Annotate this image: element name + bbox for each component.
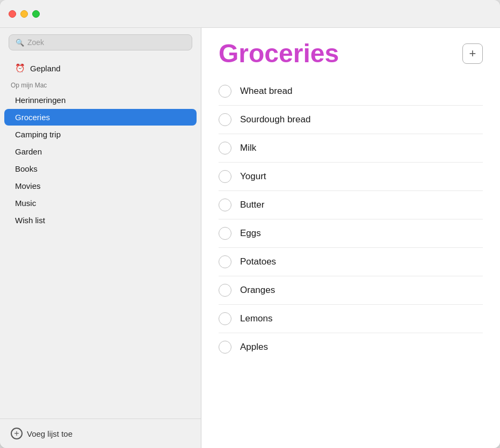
titlebar [0, 0, 500, 28]
movies-label: Movies [15, 181, 41, 190]
reminder-label-eggs: Eggs [240, 228, 261, 239]
reminder-item-sourdough-bread[interactable]: Sourdough bread [219, 106, 483, 134]
garden-label: Garden [15, 147, 42, 156]
close-button[interactable] [9, 10, 16, 18]
books-label: Books [15, 164, 38, 173]
app-window: 🔍 Zoek ⏰ Gepland Op mijn Mac Herinnering… [0, 0, 500, 448]
reminder-checkbox-eggs[interactable] [219, 227, 231, 240]
reminder-checkbox-sourdough-bread[interactable] [219, 113, 231, 126]
reminder-checkbox-lemons[interactable] [219, 312, 231, 325]
sidebar: 🔍 Zoek ⏰ Gepland Op mijn Mac Herinnering… [0, 28, 201, 448]
add-reminder-button[interactable]: + [462, 43, 483, 64]
reminder-label-sourdough-bread: Sourdough bread [240, 114, 310, 125]
alarm-icon: ⏰ [15, 63, 25, 73]
reminder-item-potatoes[interactable]: Potatoes [219, 248, 483, 276]
sidebar-item-gepland[interactable]: ⏰ Gepland [4, 60, 197, 77]
reminder-item-eggs[interactable]: Eggs [219, 219, 483, 248]
sidebar-item-camping-trip[interactable]: Camping trip [4, 126, 197, 143]
main-layout: 🔍 Zoek ⏰ Gepland Op mijn Mac Herinnering… [0, 28, 500, 448]
music-label: Music [15, 199, 36, 208]
wish-list-label: Wish list [15, 216, 45, 225]
camping-trip-label: Camping trip [15, 130, 61, 139]
sidebar-item-herinneringen[interactable]: Herinneringen [4, 92, 197, 108]
reminder-label-apples: Apples [240, 342, 268, 352]
reminder-item-butter[interactable]: Butter [219, 191, 483, 219]
reminder-item-apples[interactable]: Apples [219, 333, 483, 361]
add-list-label: Voeg lijst toe [27, 429, 73, 438]
search-bar[interactable]: 🔍 Zoek [9, 34, 192, 50]
reminder-checkbox-apples[interactable] [219, 341, 231, 354]
reminder-checkbox-butter[interactable] [219, 199, 231, 211]
sidebar-item-groceries[interactable]: Groceries [4, 109, 197, 126]
sidebar-item-movies[interactable]: Movies [4, 178, 197, 194]
reminders-list: Wheat bread Sourdough bread Milk Yogurt [219, 77, 483, 361]
section-header-op-mijn-mac: Op mijn Mac [0, 77, 201, 91]
reminder-checkbox-potatoes[interactable] [219, 255, 231, 268]
reminder-checkbox-wheat-bread[interactable] [219, 85, 231, 98]
sidebar-item-wish-list[interactable]: Wish list [4, 212, 197, 229]
sidebar-item-garden[interactable]: Garden [4, 143, 197, 160]
sidebar-list: ⏰ Gepland Op mijn Mac Herinneringen Groc… [0, 57, 201, 418]
minimize-button[interactable] [20, 10, 28, 18]
reminder-item-wheat-bread[interactable]: Wheat bread [219, 77, 483, 106]
reminder-item-lemons[interactable]: Lemons [219, 305, 483, 333]
search-icon: 🔍 [16, 39, 24, 47]
sidebar-item-music[interactable]: Music [4, 195, 197, 211]
reminder-checkbox-yogurt[interactable] [219, 170, 231, 183]
reminder-label-butter: Butter [240, 200, 264, 210]
reminder-label-wheat-bread: Wheat bread [240, 86, 292, 97]
reminder-label-milk: Milk [240, 143, 256, 153]
reminder-label-potatoes: Potatoes [240, 256, 276, 267]
sidebar-footer[interactable]: + Voeg lijst toe [0, 418, 201, 448]
reminder-label-yogurt: Yogurt [240, 171, 266, 182]
search-placeholder: Zoek [27, 38, 44, 47]
reminder-item-yogurt[interactable]: Yogurt [219, 163, 483, 191]
panel-header: Groceries + [219, 41, 483, 67]
add-list-icon: + [11, 428, 23, 439]
reminder-checkbox-oranges[interactable] [219, 284, 231, 297]
panel-title: Groceries [219, 41, 339, 67]
search-container: 🔍 Zoek [0, 28, 201, 57]
reminder-item-milk[interactable]: Milk [219, 134, 483, 163]
herinneringen-label: Herinneringen [15, 96, 66, 105]
reminder-checkbox-milk[interactable] [219, 142, 231, 155]
reminders-panel: Groceries + Wheat bread Sourdough bread … [201, 28, 500, 448]
maximize-button[interactable] [32, 10, 40, 18]
sidebar-item-books[interactable]: Books [4, 160, 197, 177]
reminder-label-lemons: Lemons [240, 313, 272, 324]
reminder-label-oranges: Oranges [240, 285, 275, 296]
gepland-label: Gepland [30, 64, 61, 73]
groceries-label: Groceries [15, 113, 50, 122]
traffic-lights [9, 10, 40, 18]
reminder-item-oranges[interactable]: Oranges [219, 276, 483, 305]
